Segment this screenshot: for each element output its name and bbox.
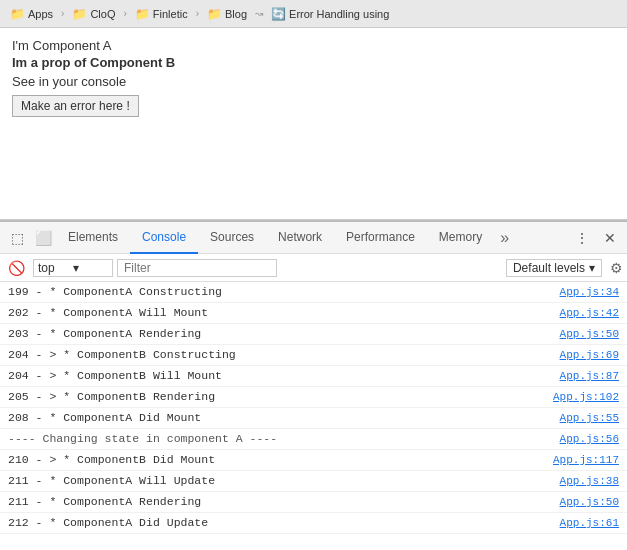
log-row: 199 - * ComponentA Constructing App.js:3… [0, 282, 627, 303]
tab-blog-label: Blog [225, 8, 247, 20]
log-ref[interactable]: App.js:50 [560, 493, 619, 511]
devtools-filter-bar: 🚫 top ▾ Default levels ▾ ⚙ [0, 254, 627, 282]
log-text: 210 - > * ComponentB Did Mount [8, 451, 553, 469]
more-tabs-icon[interactable]: » [494, 229, 515, 247]
log-row: 212 - * ComponentA Did Update App.js:61 [0, 513, 627, 534]
log-ref[interactable]: App.js:117 [553, 451, 619, 469]
devtools-close-icon[interactable]: ✕ [597, 225, 623, 251]
component-a-text: I'm Component A [12, 38, 615, 53]
page-content-area: I'm Component A Im a prop of Component B… [0, 28, 627, 220]
browser-tab-bar: 📁 Apps › 📁 CloQ › 📁 Finletic › 📁 Blog ↝ … [0, 0, 627, 28]
tab-apps-label: Apps [28, 8, 53, 20]
log-text: 205 - > * ComponentB Rendering [8, 388, 553, 406]
refresh-icon: 🔄 [271, 7, 286, 21]
log-levels-selector[interactable]: Default levels ▾ [506, 259, 602, 277]
log-ref[interactable]: App.js:102 [553, 388, 619, 406]
log-text: ---- Changing state in component A ---- [8, 430, 560, 448]
log-row: 202 - * ComponentA Will Mount App.js:42 [0, 303, 627, 324]
tab-separator-3: › [196, 8, 199, 19]
log-text: 199 - * ComponentA Constructing [8, 283, 560, 301]
tab-blog[interactable]: 📁 Blog [201, 5, 253, 23]
context-selector[interactable]: top ▾ [33, 259, 113, 277]
tab-cloq-label: CloQ [90, 8, 115, 20]
log-text: 212 - * ComponentA Did Update [8, 514, 560, 532]
filter-input[interactable] [117, 259, 277, 277]
tab-performance[interactable]: Performance [334, 222, 427, 254]
log-row: 204 - > * ComponentB Constructing App.js… [0, 345, 627, 366]
tab-separator-4: ↝ [255, 8, 263, 19]
log-ref[interactable]: App.js:87 [560, 367, 619, 385]
make-error-button[interactable]: Make an error here ! [12, 95, 139, 117]
console-log-area: 199 - * ComponentA Constructing App.js:3… [0, 282, 627, 550]
folder-icon-2: 📁 [72, 7, 87, 21]
log-row: 204 - > * ComponentB Will Mount App.js:8… [0, 366, 627, 387]
device-toggle-icon[interactable]: ⬜ [30, 225, 56, 251]
tab-network[interactable]: Network [266, 222, 334, 254]
log-ref[interactable]: App.js:38 [560, 472, 619, 490]
folder-icon: 📁 [10, 7, 25, 21]
folder-icon-4: 📁 [207, 7, 222, 21]
log-row: 208 - * ComponentA Did Mount App.js:55 [0, 408, 627, 429]
devtools-panel: ⬚ ⬜ Elements Console Sources Network Per… [0, 220, 627, 550]
log-ref[interactable]: App.js:55 [560, 409, 619, 427]
tab-finletic[interactable]: 📁 Finletic [129, 5, 194, 23]
devtools-menu-icon[interactable]: ⋮ [569, 225, 595, 251]
log-text: 208 - * ComponentA Did Mount [8, 409, 560, 427]
folder-icon-3: 📁 [135, 7, 150, 21]
tab-error-handling[interactable]: 🔄 Error Handling using [265, 5, 395, 23]
tab-error-label: Error Handling using [289, 8, 389, 20]
log-row: 211 - * ComponentA Rendering App.js:50 [0, 492, 627, 513]
log-ref[interactable]: App.js:61 [560, 514, 619, 532]
log-row: 211 - * ComponentA Will Update App.js:38 [0, 471, 627, 492]
tab-finletic-label: Finletic [153, 8, 188, 20]
tab-apps[interactable]: 📁 Apps [4, 5, 59, 23]
context-value: top [38, 261, 73, 275]
log-ref[interactable]: App.js:69 [560, 346, 619, 364]
tab-sources[interactable]: Sources [198, 222, 266, 254]
log-row: 210 - > * ComponentB Did Mount App.js:11… [0, 450, 627, 471]
tab-console[interactable]: Console [130, 222, 198, 254]
log-text: 204 - > * ComponentB Constructing [8, 346, 560, 364]
log-ref[interactable]: App.js:42 [560, 304, 619, 322]
log-row: 203 - * ComponentA Rendering App.js:50 [0, 324, 627, 345]
log-text: 211 - * ComponentA Rendering [8, 493, 560, 511]
devtools-toolbar: ⬚ ⬜ Elements Console Sources Network Per… [0, 222, 627, 254]
tab-cloq[interactable]: 📁 CloQ [66, 5, 121, 23]
tab-memory[interactable]: Memory [427, 222, 494, 254]
log-text: 204 - > * ComponentB Will Mount [8, 367, 560, 385]
log-ref[interactable]: App.js:50 [560, 325, 619, 343]
log-text: 211 - * ComponentA Will Update [8, 472, 560, 490]
tab-separator-1: › [61, 8, 64, 19]
levels-label: Default levels [513, 261, 585, 275]
inspect-element-icon[interactable]: ⬚ [4, 225, 30, 251]
tab-separator-2: › [123, 8, 126, 19]
console-settings-icon[interactable]: ⚙ [610, 260, 623, 276]
tab-elements[interactable]: Elements [56, 222, 130, 254]
context-dropdown-icon: ▾ [73, 261, 108, 275]
log-ref[interactable]: App.js:34 [560, 283, 619, 301]
log-row: 205 - > * ComponentB Rendering App.js:10… [0, 387, 627, 408]
devtools-close-area: ⋮ ✕ [569, 225, 623, 251]
component-b-prop-text: Im a prop of Component B [12, 55, 615, 70]
log-text: 202 - * ComponentA Will Mount [8, 304, 560, 322]
levels-dropdown-icon: ▾ [589, 261, 595, 275]
clear-console-icon[interactable]: 🚫 [4, 260, 29, 276]
log-text: 203 - * ComponentA Rendering [8, 325, 560, 343]
see-console-text: See in your console [12, 74, 615, 89]
log-ref[interactable]: App.js:56 [560, 430, 619, 448]
log-row-separator: ---- Changing state in component A ---- … [0, 429, 627, 450]
